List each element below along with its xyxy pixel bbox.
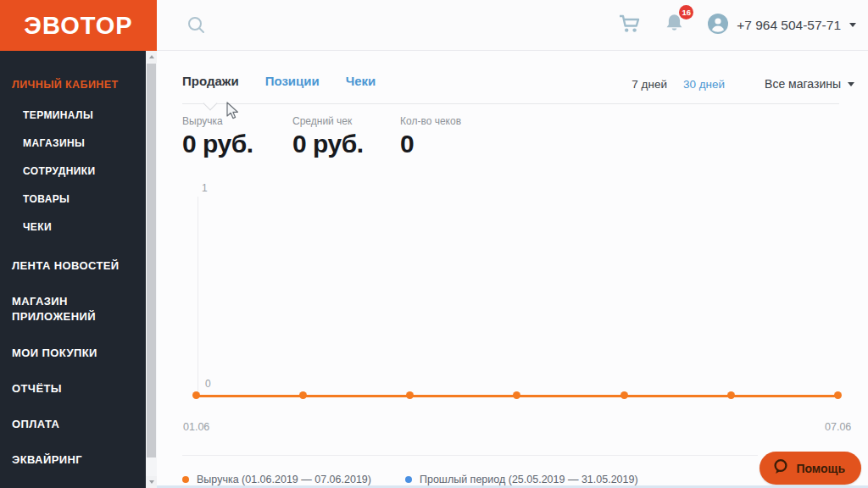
chevron-down-icon bbox=[848, 82, 854, 86]
scrollbar-thumb[interactable] bbox=[147, 64, 156, 458]
tabs-divider bbox=[182, 103, 839, 104]
mouse-cursor bbox=[225, 102, 242, 124]
stat-value: 0 bbox=[400, 130, 461, 158]
cart-button[interactable] bbox=[618, 14, 641, 37]
data-point[interactable] bbox=[299, 391, 307, 399]
top-header: ЭВОТОР bbox=[0, 0, 868, 51]
y-axis-line bbox=[198, 197, 198, 396]
active-tab-notch bbox=[203, 97, 218, 111]
chevron-down-icon[interactable] bbox=[849, 23, 856, 27]
chat-bubble-icon bbox=[772, 458, 788, 479]
legend-label: Выручка (01.06.2019 — 07.06.2019) bbox=[197, 474, 371, 485]
data-point[interactable] bbox=[513, 391, 520, 399]
legend-item-previous-period[interactable]: Прошлый период (25.05.2019 — 31.05.2019) bbox=[405, 474, 638, 485]
data-point[interactable] bbox=[834, 391, 842, 399]
report-tabs: Продажи Позиции Чеки bbox=[182, 74, 376, 88]
y-axis-tick-1: 1 bbox=[202, 182, 208, 194]
legend-label: Прошлый период (25.05.2019 — 31.05.2019) bbox=[420, 474, 638, 485]
search-button[interactable] bbox=[186, 15, 207, 36]
user-avatar[interactable] bbox=[707, 13, 729, 38]
period-filters: 7 дней 30 дней Все магазины bbox=[632, 77, 854, 91]
sidebar-item-reports[interactable]: ОТЧЁТЫ bbox=[12, 381, 132, 396]
sidebar-item-payment[interactable]: ОПЛАТА bbox=[12, 417, 132, 432]
x-axis-tick-end: 07.06 bbox=[825, 421, 851, 433]
tab-receipts[interactable]: Чеки bbox=[346, 74, 376, 88]
filter-30-days[interactable]: 30 дней bbox=[683, 78, 725, 91]
notifications-button[interactable]: 16 bbox=[665, 13, 684, 37]
legend-dot-blue bbox=[405, 476, 412, 483]
stat-value: 0 руб. bbox=[292, 130, 400, 158]
store-filter-label: Все магазины bbox=[765, 77, 841, 91]
sidebar-item-receipts[interactable]: ЧЕКИ bbox=[23, 221, 132, 233]
data-point[interactable] bbox=[620, 391, 628, 399]
legend-item-revenue[interactable]: Выручка (01.06.2019 — 07.06.2019) bbox=[182, 474, 371, 485]
shopping-cart-icon bbox=[618, 14, 641, 37]
notifications-badge: 16 bbox=[679, 5, 693, 19]
stat-label: Кол-во чеков bbox=[400, 115, 461, 127]
legend-divider bbox=[182, 455, 758, 456]
data-point[interactable] bbox=[192, 391, 200, 399]
arrow-down-icon bbox=[149, 480, 154, 484]
stat-value: 0 руб. bbox=[182, 130, 292, 158]
tab-positions[interactable]: Позиции bbox=[265, 74, 320, 88]
sidebar-submenu: ТЕРМИНАЛЫ МАГАЗИНЫ СОТРУДНИКИ ТОВАРЫ ЧЕК… bbox=[23, 109, 132, 233]
sidebar-scrollbar[interactable] bbox=[146, 51, 157, 488]
dashboard-content: Продажи Позиции Чеки 7 дней 30 дней Все … bbox=[157, 51, 868, 488]
legend-dot-orange bbox=[182, 476, 189, 483]
sidebar-item-app-store[interactable]: МАГАЗИН ПРИЛОЖЕНИЙ bbox=[12, 294, 132, 324]
avatar-icon bbox=[707, 13, 729, 38]
x-axis-tick-start: 01.06 bbox=[183, 421, 209, 433]
chart-legend: Выручка (01.06.2019 — 07.06.2019) Прошлы… bbox=[182, 474, 638, 485]
scroll-down-button[interactable] bbox=[146, 476, 157, 488]
search-icon bbox=[186, 24, 207, 38]
arrow-up-icon bbox=[149, 55, 154, 58]
sidebar-item-news-feed[interactable]: ЛЕНТА НОВОСТЕЙ bbox=[12, 258, 132, 274]
help-button[interactable]: Помощь bbox=[760, 452, 861, 485]
data-point[interactable] bbox=[727, 391, 735, 399]
revenue-data-points bbox=[192, 391, 842, 399]
sidebar-item-employees[interactable]: СОТРУДНИКИ bbox=[23, 165, 132, 177]
stat-label: Средний чек bbox=[292, 115, 400, 127]
help-button-label: Помощь bbox=[796, 462, 845, 475]
scroll-up-button[interactable] bbox=[146, 51, 157, 63]
sidebar-item-acquiring[interactable]: ЭКВАЙРИНГ bbox=[12, 452, 132, 468]
filter-7-days[interactable]: 7 дней bbox=[632, 78, 667, 91]
store-filter-dropdown[interactable]: Все магазины bbox=[765, 77, 854, 91]
header-actions: 16 +7 964 504-57-71 bbox=[618, 0, 856, 50]
tab-sales[interactable]: Продажи bbox=[182, 74, 239, 88]
user-phone[interactable]: +7 964 504-57-71 bbox=[737, 18, 841, 33]
sidebar-nav: ЛИЧНЫЙ КАБИНЕТ ТЕРМИНАЛЫ МАГАЗИНЫ СОТРУД… bbox=[0, 51, 146, 488]
stat-average-receipt: Средний чек 0 руб. bbox=[292, 115, 400, 158]
sidebar-item-my-purchases[interactable]: МОИ ПОКУПКИ bbox=[12, 346, 132, 361]
sidebar-item-terminals[interactable]: ТЕРМИНАЛЫ bbox=[23, 109, 132, 121]
sidebar-menu: ЛЕНТА НОВОСТЕЙ МАГАЗИН ПРИЛОЖЕНИЙ МОИ ПО… bbox=[12, 258, 132, 488]
y-axis-tick-0: 0 bbox=[205, 378, 211, 390]
sidebar-item-lichny-kabinet[interactable]: ЛИЧНЫЙ КАБИНЕТ bbox=[12, 79, 132, 91]
evotor-logo[interactable]: ЭВОТОР bbox=[0, 0, 157, 51]
sidebar-item-goods[interactable]: ТОВАРЫ bbox=[23, 193, 132, 205]
stat-receipts-count: Кол-во чеков 0 bbox=[400, 115, 461, 158]
data-point[interactable] bbox=[406, 391, 414, 399]
sidebar-item-shops[interactable]: МАГАЗИНЫ bbox=[23, 137, 132, 149]
